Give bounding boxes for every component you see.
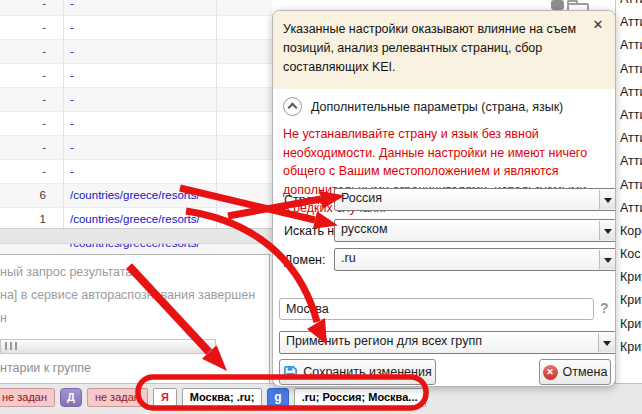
position-cell: - — [0, 0, 46, 15]
url-link[interactable]: - — [70, 88, 214, 111]
table-row[interactable]: - - — [0, 160, 272, 184]
table-row[interactable]: 6 /countries/greece/resorts/ — [0, 184, 272, 208]
settings-dialog: Указанные настройки оказывают влияние на… — [272, 10, 616, 387]
results-table: - - - - - - - - - - - - - - - - — [0, 0, 272, 228]
list-item[interactable]: Атти — [616, 81, 642, 104]
search-language-value: русском — [341, 222, 388, 236]
log-lines: ный запрос результатана] в сервисе автор… — [0, 261, 260, 330]
list-item[interactable]: Атти — [616, 150, 642, 173]
status-badge[interactable]: .ru; Россия; Москва... — [294, 388, 426, 407]
country-select[interactable]: Россия — [334, 188, 616, 211]
position-cell: - — [0, 40, 46, 63]
list-item[interactable]: Атти — [616, 197, 642, 220]
status-badges: не заданДне заданЯМосква; .ru;g.ru; Росс… — [0, 388, 426, 407]
column-separator — [63, 0, 64, 228]
cancel-x-icon: ✕ — [543, 365, 558, 380]
url-link[interactable]: - — [70, 64, 214, 87]
list-item[interactable]: Атти — [616, 0, 642, 11]
apply-region-select[interactable]: Применить регион для всех групп — [279, 331, 616, 354]
list-item[interactable]: Атти — [616, 127, 642, 150]
status-badge[interactable]: g — [267, 388, 288, 407]
dialog-info-text: Указанные настройки оказывают влияние на… — [273, 11, 615, 89]
region-list: АттиАттиАттиАттиАттиАттиАттиАттиАттиАтти… — [615, 0, 642, 400]
list-item[interactable]: Атти — [616, 11, 642, 34]
status-badge[interactable]: не задан — [87, 388, 148, 407]
url-link[interactable]: /countries/greece/resorts/ — [70, 184, 214, 207]
list-item[interactable]: Крит — [616, 313, 642, 336]
chevron-down-icon[interactable] — [599, 250, 616, 269]
close-icon[interactable]: ✕ — [590, 17, 606, 33]
list-item[interactable]: Атти — [616, 104, 642, 127]
domain-value: .ru — [341, 251, 356, 265]
list-item[interactable]: Атти — [616, 174, 642, 197]
list-item[interactable]: Кос о — [616, 243, 642, 266]
save-button-label: Сохранить изменения — [303, 365, 431, 379]
search-language-select[interactable]: русском — [334, 219, 616, 242]
cancel-button-label: Отмена — [563, 365, 608, 379]
position-cell: - — [0, 112, 46, 135]
domain-select[interactable]: .ru — [334, 248, 616, 271]
log-panel: ный запрос результатана] в сервисе автор… — [0, 254, 270, 384]
country-label: Страна: — [284, 192, 330, 208]
app-window: - - - - - - - - - - - - - - - - — [0, 0, 642, 414]
vertical-scrollbar-thumb[interactable] — [551, 0, 564, 10]
domain-label: Домен: — [284, 252, 325, 268]
column-separator — [216, 0, 217, 228]
url-link[interactable]: - — [70, 160, 214, 183]
table-row[interactable]: - - — [0, 88, 272, 112]
url-link[interactable]: - — [70, 16, 214, 39]
position-cell: 6 — [0, 184, 46, 207]
country-value: Россия — [341, 191, 382, 205]
url-link[interactable]: - — [70, 136, 214, 159]
table-row[interactable]: - - — [0, 112, 272, 136]
table-row[interactable]: - - — [0, 40, 272, 64]
position-cell: - — [0, 136, 46, 159]
status-badge[interactable]: Москва; .ru; — [182, 388, 263, 407]
position-cell: - — [0, 16, 46, 39]
list-item[interactable]: Атти — [616, 58, 642, 81]
chevron-down-icon[interactable] — [599, 190, 616, 209]
url-link[interactable]: - — [70, 40, 214, 63]
list-item[interactable]: Крит — [616, 289, 642, 312]
status-badge[interactable]: Я — [153, 388, 177, 407]
group-comments-label: нтарии к группе — [0, 358, 91, 378]
save-floppy-icon — [283, 365, 298, 380]
position-cell: - — [0, 88, 46, 111]
list-item[interactable]: Атти — [616, 34, 642, 57]
collapse-chevron-up-icon[interactable] — [283, 97, 302, 116]
position-cell: - — [0, 64, 46, 87]
table-row[interactable]: - - — [0, 0, 272, 16]
log-line: ный запрос результата — [0, 261, 260, 284]
list-item[interactable]: Крит — [616, 266, 642, 289]
region-input[interactable]: Москва — [279, 298, 594, 320]
log-line: н — [0, 307, 260, 330]
url-link[interactable]: - — [70, 0, 214, 15]
table-row[interactable]: - - — [0, 16, 272, 40]
url-link[interactable]: - — [70, 112, 214, 135]
horizontal-scrollbar[interactable] — [0, 339, 216, 354]
table-row[interactable]: - - — [0, 136, 272, 160]
list-item[interactable]: Крит — [616, 336, 642, 359]
position-cell: - — [0, 160, 46, 183]
help-icon[interactable]: ? — [600, 300, 609, 316]
table-row[interactable]: - - — [0, 64, 272, 88]
apply-region-value: Применить регион для всех групп — [286, 334, 482, 348]
chevron-down-icon[interactable] — [599, 221, 616, 240]
panel-splitter[interactable] — [0, 228, 272, 244]
chevron-down-icon[interactable] — [598, 333, 615, 352]
status-badge[interactable]: не задан — [0, 388, 55, 407]
status-badge[interactable]: Д — [60, 388, 82, 407]
cancel-button[interactable]: ✕ Отмена — [539, 359, 611, 385]
save-changes-button[interactable]: Сохранить изменения — [279, 359, 436, 385]
status-bar: не заданДне заданЯМосква; .ru;g.ru; Росс… — [0, 383, 642, 414]
section-header: Дополнительные параметры (страна, язык) — [311, 100, 563, 114]
list-item[interactable]: Коро — [616, 220, 642, 243]
log-line: на] в сервисе автораспознавания завершен — [0, 284, 260, 307]
